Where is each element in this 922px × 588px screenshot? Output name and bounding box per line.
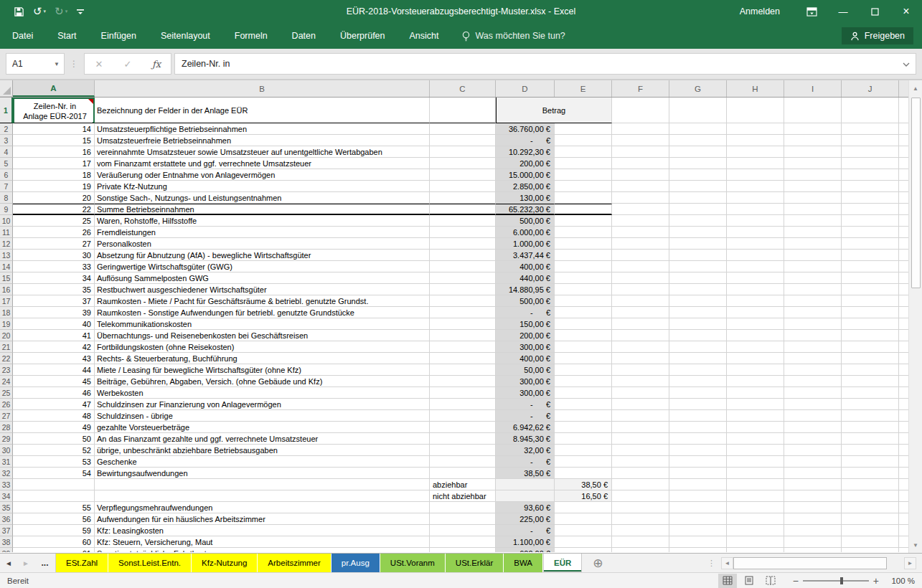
cell-a26[interactable]: 47 — [13, 399, 95, 410]
cell-c25[interactable] — [430, 387, 496, 399]
cell-k19[interactable] — [899, 318, 908, 330]
cell-b19[interactable]: Telekommunikationskosten — [95, 318, 430, 330]
cell-j13[interactable] — [842, 250, 899, 261]
zoom-out-icon[interactable]: − — [793, 575, 799, 587]
cell-b28[interactable]: gezahlte Vorsteuerbeträge — [95, 422, 430, 433]
cell-h13[interactable] — [727, 250, 784, 261]
cell-b26[interactable]: Schuldzinsen zur Finanzierung von Anlage… — [95, 399, 430, 410]
cell-a27[interactable]: 48 — [13, 410, 95, 422]
row-header-25[interactable]: 25 — [0, 387, 13, 399]
cell-k10[interactable] — [899, 215, 908, 227]
scroll-down-icon[interactable]: ▼ — [909, 537, 922, 553]
cell-b23[interactable]: Miete / Leasing für bewegliche Wirtschaf… — [95, 364, 430, 376]
cell-g38[interactable] — [669, 536, 727, 548]
cell-i14[interactable] — [784, 261, 842, 272]
cell-a16[interactable]: 35 — [13, 284, 95, 295]
scroll-up-icon[interactable]: ▲ — [909, 80, 922, 96]
cell-d26[interactable]: - € — [496, 399, 555, 410]
cell-d3[interactable]: - € — [496, 135, 555, 146]
row-header-19[interactable]: 19 — [0, 318, 13, 330]
cell-c12[interactable] — [430, 238, 496, 250]
row-header-34[interactable]: 34 — [0, 490, 13, 502]
cell-h28[interactable] — [727, 422, 784, 433]
cell-g18[interactable] — [669, 307, 727, 318]
cell-e32[interactable] — [555, 468, 612, 479]
cell-d10[interactable]: 500,00 € — [496, 215, 555, 227]
cell-j28[interactable] — [842, 422, 899, 433]
cell-a28[interactable]: 49 — [13, 422, 95, 433]
cell-g33[interactable] — [669, 479, 727, 490]
cell-k11[interactable] — [899, 227, 908, 238]
cell-b32[interactable]: Bewirtungsaufwendungen — [95, 468, 430, 479]
cell-k32[interactable] — [899, 468, 908, 479]
cell-g16[interactable] — [669, 284, 727, 295]
cell-f25[interactable] — [612, 387, 669, 399]
cell-a15[interactable]: 34 — [13, 272, 95, 284]
row-header-23[interactable]: 23 — [0, 364, 13, 376]
cell-g15[interactable] — [669, 272, 727, 284]
column-header-f[interactable]: F — [612, 80, 669, 97]
cell-h6[interactable] — [727, 169, 784, 181]
cell-h2[interactable] — [727, 123, 784, 135]
cell-e23[interactable] — [555, 364, 612, 376]
cell-f13[interactable] — [612, 250, 669, 261]
row-header-21[interactable]: 21 — [0, 341, 13, 353]
cell-h9[interactable] — [727, 204, 784, 215]
cell-a17[interactable]: 37 — [13, 295, 95, 307]
cell-e8[interactable] — [555, 192, 612, 204]
cell-b33[interactable] — [95, 479, 430, 490]
cell-k38[interactable] — [899, 536, 908, 548]
cell-i10[interactable] — [784, 215, 842, 227]
cell-f18[interactable] — [612, 307, 669, 318]
cell-f9[interactable] — [612, 204, 669, 215]
cell-c3[interactable] — [430, 135, 496, 146]
cell-i35[interactable] — [784, 502, 842, 513]
cell-j8[interactable] — [842, 192, 899, 204]
cell-e28[interactable] — [555, 422, 612, 433]
cell-f8[interactable] — [612, 192, 669, 204]
cell-h15[interactable] — [727, 272, 784, 284]
cell-e9[interactable] — [555, 204, 612, 215]
cell-i18[interactable] — [784, 307, 842, 318]
cell-d37[interactable]: - € — [496, 525, 555, 536]
cell-a32[interactable]: 54 — [13, 468, 95, 479]
cell-d18[interactable]: - € — [496, 307, 555, 318]
cell-e26[interactable] — [555, 399, 612, 410]
cell-b24[interactable]: Beiträge, Gebühren, Abgaben, Versich. (o… — [95, 376, 430, 387]
cell-i1[interactable] — [784, 98, 842, 123]
minimize-button[interactable]: — — [827, 0, 859, 23]
cell-e27[interactable] — [555, 410, 612, 422]
row-header-37[interactable]: 37 — [0, 525, 13, 536]
cell-c34[interactable]: nicht abziehbar — [430, 490, 496, 502]
cell-a12[interactable]: 27 — [13, 238, 95, 250]
cell-d32[interactable]: 38,50 € — [496, 468, 555, 479]
cell-d21[interactable]: 300,00 € — [496, 341, 555, 353]
cell-f23[interactable] — [612, 364, 669, 376]
cell-i26[interactable] — [784, 399, 842, 410]
cell-j3[interactable] — [842, 135, 899, 146]
cell-j11[interactable] — [842, 227, 899, 238]
cell-j30[interactable] — [842, 445, 899, 456]
cell-a19[interactable]: 40 — [13, 318, 95, 330]
sheet-tab-kfz-nutzung[interactable]: Kfz-Nutzung — [192, 554, 258, 572]
cell-c20[interactable] — [430, 330, 496, 341]
cell-g5[interactable] — [669, 158, 727, 169]
row-header-3[interactable]: 3 — [0, 135, 13, 146]
row-header-18[interactable]: 18 — [0, 307, 13, 318]
cell-e10[interactable] — [555, 215, 612, 227]
column-header-i[interactable]: I — [784, 80, 842, 97]
cell-a31[interactable]: 53 — [13, 456, 95, 468]
cell-j33[interactable] — [842, 479, 899, 490]
cell-b20[interactable]: Übernachtungs- und Reisenebenkosten bei … — [95, 330, 430, 341]
cell-h7[interactable] — [727, 181, 784, 192]
cell-j25[interactable] — [842, 387, 899, 399]
sheet-tab-pr-ausg[interactable]: pr.Ausg — [331, 554, 380, 572]
cell-f26[interactable] — [612, 399, 669, 410]
name-box-dropdown-icon[interactable]: ▼ — [54, 61, 60, 67]
cell-d12[interactable]: 1.000,00 € — [496, 238, 555, 250]
cell-d4[interactable]: 10.292,30 € — [496, 146, 555, 158]
cell-a20[interactable]: 41 — [13, 330, 95, 341]
cell-e11[interactable] — [555, 227, 612, 238]
row-header-28[interactable]: 28 — [0, 422, 13, 433]
cell-i4[interactable] — [784, 146, 842, 158]
